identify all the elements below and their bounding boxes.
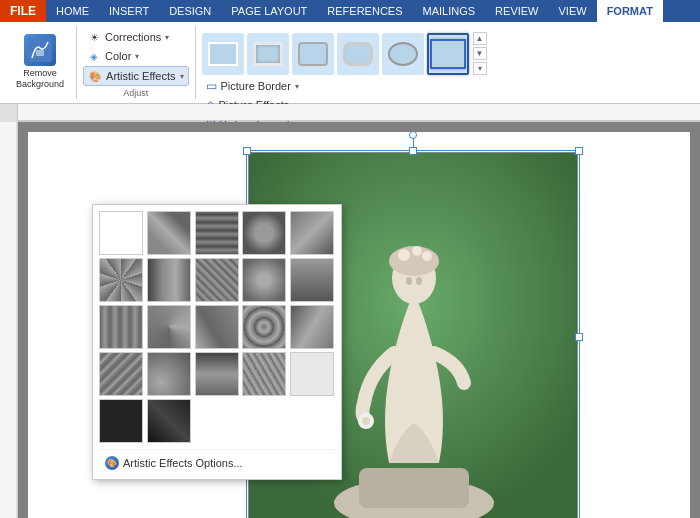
svg-point-12 [406, 277, 412, 285]
tab-page-layout[interactable]: PAGE LAYOUT [221, 0, 317, 22]
effect-watercolor[interactable] [242, 211, 286, 255]
effects-grid [99, 211, 335, 443]
corrections-dropdown-arrow: ▾ [165, 33, 169, 42]
styles-scroll-down[interactable]: ▼ [473, 47, 487, 60]
effect-none[interactable] [99, 211, 143, 255]
remove-background-button[interactable]: Remove Background [10, 28, 70, 95]
remove-background-label: Remove Background [16, 68, 64, 90]
tab-view[interactable]: VIEW [549, 0, 597, 22]
adjust-group-label: Adjust [83, 86, 188, 98]
ruler-area [0, 104, 700, 122]
effect-crisscross[interactable] [242, 352, 286, 396]
rotate-line [413, 135, 414, 147]
effect-blank-1 [290, 352, 334, 396]
picture-style-active[interactable] [427, 33, 469, 75]
picture-styles-row [202, 33, 469, 75]
effect-blurring[interactable] [290, 211, 334, 255]
effect-texturizer[interactable] [195, 352, 239, 396]
corrections-icon: ☀ [87, 30, 101, 44]
picture-style-3[interactable] [292, 33, 334, 75]
effect-photocopy[interactable] [195, 305, 239, 349]
effect-marker[interactable] [147, 258, 191, 302]
border-dropdown-arrow: ▾ [295, 82, 299, 91]
tab-mailings[interactable]: MAILINGS [413, 0, 486, 22]
content-area: 🎨 Artistic Effects Options... [0, 122, 700, 518]
artistic-effects-options-button[interactable]: 🎨 Artistic Effects Options... [99, 449, 335, 473]
effect-mosaic[interactable] [242, 258, 286, 302]
effects-options-icon: 🎨 [105, 456, 119, 470]
picture-style-2[interactable] [247, 33, 289, 75]
svg-point-11 [422, 251, 432, 261]
ribbon: Remove Background ☀ Corrections ▾ ◈ Colo… [0, 22, 700, 104]
picture-style-4[interactable] [337, 33, 379, 75]
effect-crosshatch[interactable] [242, 305, 286, 349]
tab-home[interactable]: HOME [46, 0, 99, 22]
svg-point-10 [412, 246, 422, 256]
tab-insert[interactable]: INSERT [99, 0, 159, 22]
remove-background-icon [24, 34, 56, 66]
effect-pencil-gray[interactable] [290, 305, 334, 349]
effect-pencil-sketch[interactable] [147, 211, 191, 255]
ruler-corner [0, 104, 18, 122]
artistic-effects-button[interactable]: 🎨 Artistic Effects ▾ [83, 66, 188, 86]
adjust-controls: ☀ Corrections ▾ ◈ Color ▾ 🎨 Artistic Eff… [83, 28, 188, 86]
ribbon-group-picture-styles: ▲ ▼ ▾ ▭ Picture Border ▾ ◇ Picture Effec… [196, 26, 696, 99]
svg-rect-6 [359, 468, 469, 508]
effect-pastels[interactable] [99, 305, 143, 349]
svg-point-9 [398, 249, 410, 261]
artistic-effects-icon: 🎨 [88, 69, 102, 83]
color-dropdown-arrow: ▾ [135, 52, 139, 61]
tab-format[interactable]: FORMAT [597, 0, 663, 22]
rotate-handle[interactable] [409, 131, 417, 139]
effect-cutout[interactable] [147, 399, 191, 443]
tab-review[interactable]: REVIEW [485, 0, 548, 22]
ruler-horizontal [18, 104, 700, 121]
effect-film-grain[interactable] [99, 352, 143, 396]
picture-style-5[interactable] [382, 33, 424, 75]
effect-line-drawing[interactable] [195, 211, 239, 255]
effect-glass[interactable] [290, 258, 334, 302]
artistic-effects-panel: 🎨 Artistic Effects Options... [92, 204, 342, 480]
picture-border-button[interactable]: ▭ Picture Border ▾ [202, 77, 303, 95]
effect-light-screen[interactable] [99, 258, 143, 302]
effect-plastic[interactable] [147, 305, 191, 349]
tab-design[interactable]: DESIGN [159, 0, 221, 22]
svg-point-13 [416, 277, 422, 285]
effect-glow-edges[interactable] [195, 258, 239, 302]
tab-references[interactable]: REFERENCES [317, 0, 412, 22]
ribbon-group-adjust: ☀ Corrections ▾ ◈ Color ▾ 🎨 Artistic Eff… [77, 26, 195, 99]
svg-rect-1 [36, 50, 44, 56]
styles-scroll-up[interactable]: ▲ [473, 32, 487, 45]
tab-file[interactable]: FILE [0, 0, 46, 22]
picture-border-icon: ▭ [206, 79, 217, 93]
canvas-area: 🎨 Artistic Effects Options... [18, 122, 700, 518]
ribbon-group-background: Remove Background [4, 26, 77, 99]
svg-point-15 [362, 417, 370, 425]
artistic-dropdown-arrow: ▾ [180, 72, 184, 81]
picture-style-1[interactable] [202, 33, 244, 75]
effect-cement[interactable] [147, 352, 191, 396]
color-icon: ◈ [87, 49, 101, 63]
styles-scroll-more[interactable]: ▾ [473, 62, 487, 75]
ruler-vertical [0, 122, 18, 518]
effect-paint-strokes[interactable] [99, 399, 143, 443]
ribbon-tabs: FILE HOME INSERT DESIGN PAGE LAYOUT REFE… [0, 0, 700, 22]
background-group-label [10, 95, 70, 97]
styles-scroll: ▲ ▼ ▾ [473, 32, 487, 75]
corrections-button[interactable]: ☀ Corrections ▾ [83, 28, 188, 46]
color-button[interactable]: ◈ Color ▾ [83, 47, 188, 65]
